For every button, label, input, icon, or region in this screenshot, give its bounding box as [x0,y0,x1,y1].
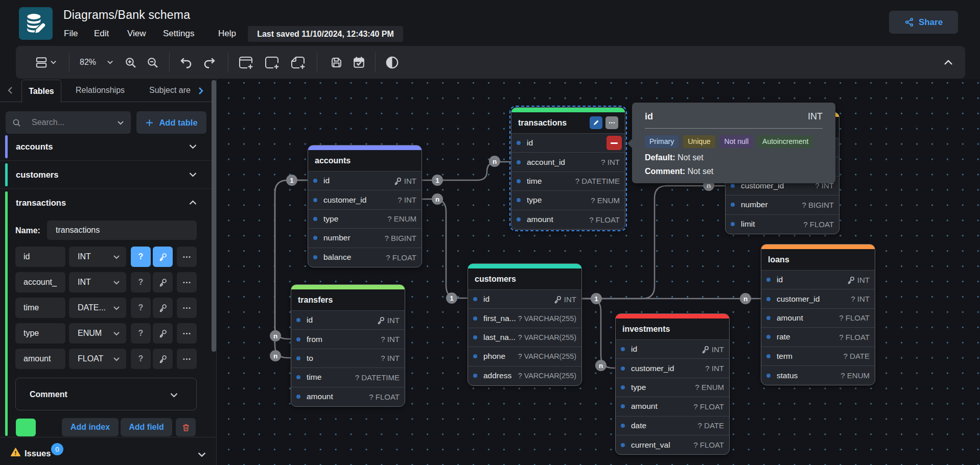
svg-text:1: 1 [435,177,439,184]
svg-text:1: 1 [450,295,454,302]
svg-text:n: n [599,362,603,370]
svg-text:n: n [435,195,439,203]
svg-text:n: n [743,295,748,303]
svg-text:n: n [493,158,497,165]
svg-text:n: n [273,332,277,340]
svg-text:n: n [273,352,277,360]
svg-text:1: 1 [594,295,598,303]
svg-text:1: 1 [290,177,294,184]
